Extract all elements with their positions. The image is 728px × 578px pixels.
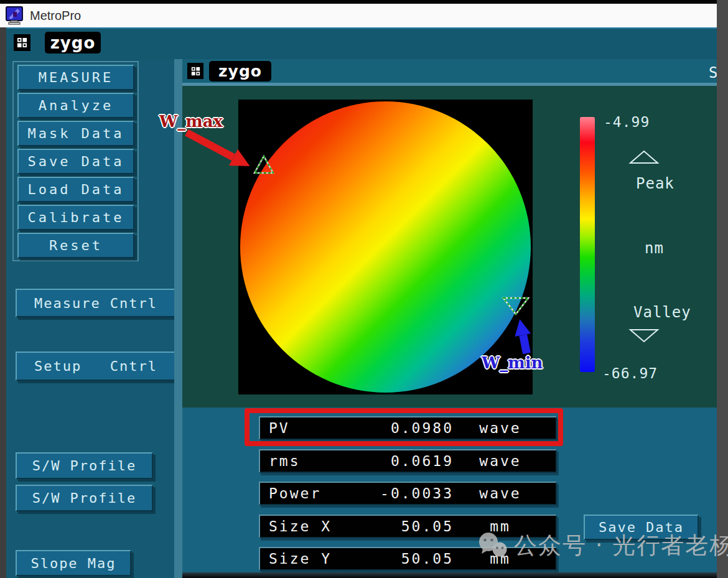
sidebar-button-setup-cntrl[interactable]: Setup Cntrl [16, 352, 176, 381]
result-label: Power [269, 485, 348, 501]
result-value: 50.05 [348, 551, 454, 567]
colorbar-max-value: -4.99 [604, 114, 650, 130]
sidebar-button-load-data[interactable]: Load Data [17, 177, 134, 202]
sidebar-button-reset[interactable]: Reset [17, 233, 134, 258]
window-title: MetroPro [30, 9, 81, 23]
wavefront-map [240, 101, 531, 393]
result-label: Size X [269, 518, 348, 534]
sidebar-button-save-data[interactable]: Save Data [17, 149, 134, 174]
app-chrome-bar [6, 27, 717, 60]
pv-highlight-rectangle [245, 408, 563, 446]
wmax-marker-icon [253, 154, 275, 175]
wmin-label: W_min [482, 353, 543, 372]
result-value: -0.0033 [348, 485, 454, 501]
sidebar-button-mask-data[interactable]: Mask Data [17, 121, 134, 146]
watermark-text: 公众号 · 光行者老杨 [514, 530, 728, 561]
sidebar-button-calibrate[interactable]: Calibrate [17, 205, 134, 230]
result-label: rms [269, 453, 348, 469]
window-menu-button[interactable] [14, 34, 30, 51]
sidebar-button-measure[interactable]: MEASURE [17, 65, 134, 90]
result-value: 50.05 [348, 518, 454, 534]
wmax-label: W_max [159, 112, 223, 131]
sidebar-button-sw-profile-2[interactable]: S/W Profile [16, 485, 153, 511]
sidebar-button-analyze[interactable]: Analyze [17, 93, 134, 118]
peak-label: Peak [636, 175, 674, 192]
peak-triangle-icon [628, 149, 660, 165]
result-row-rms: rms 0.0619 wave [259, 449, 557, 473]
right-edge-strip [717, 0, 728, 578]
valley-triangle-icon [628, 327, 660, 343]
sidebar-button-slope-mag[interactable]: Slope Mag [16, 550, 131, 576]
wechat-icon [477, 531, 509, 561]
colorbar [580, 117, 595, 372]
panel-left-edge [174, 59, 182, 578]
metropro-app-icon [5, 6, 24, 25]
colorbar-min-value: -66.97 [602, 365, 658, 381]
panel-menu-button[interactable] [187, 63, 203, 79]
metropro-window: MetroPro zygo MEASURE Analyze Mask Data … [0, 0, 728, 578]
watermark: 公众号 · 光行者老杨 [477, 530, 728, 561]
result-row-power: Power -0.0033 wave [259, 482, 557, 505]
valley-label: Valley [633, 304, 691, 321]
zygo-logo: zygo [45, 32, 101, 54]
result-unit: wave [454, 453, 547, 469]
panel-zygo-logo: zygo [209, 61, 271, 82]
zygo-logo-text: zygo [50, 34, 96, 52]
left-edge-strip [0, 27, 6, 578]
grid-icon [191, 67, 200, 76]
title-bar: MetroPro [0, 4, 717, 28]
surface-map-plot[interactable] [238, 100, 533, 394]
result-value: 0.0619 [348, 453, 454, 469]
wmin-marker-icon [502, 296, 530, 316]
grid-icon [17, 37, 27, 48]
bottom-edge-strip [182, 572, 717, 578]
colorbar-unit: nm [645, 240, 664, 257]
result-label: Size Y [269, 551, 348, 567]
result-unit: wave [454, 485, 547, 501]
sidebar-button-measure-cntrl[interactable]: Measure Cntrl [16, 289, 176, 317]
panel-zygo-logo-text: zygo [218, 62, 262, 80]
sidebar-button-sw-profile-1[interactable]: S/W Profile [16, 452, 153, 479]
